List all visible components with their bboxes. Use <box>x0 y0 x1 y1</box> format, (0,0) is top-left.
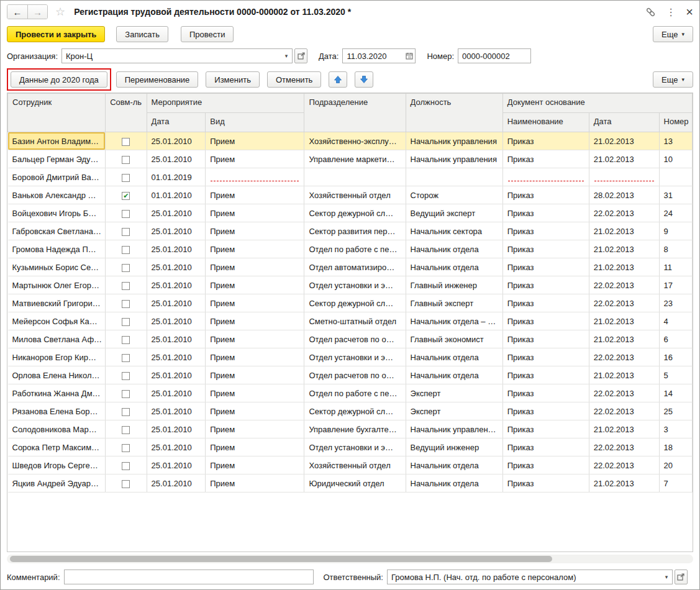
header-event-group[interactable]: Мероприятие <box>147 94 304 113</box>
parttime-cell[interactable] <box>106 294 147 312</box>
parttime-checkbox[interactable] <box>122 210 130 218</box>
doc-number-cell[interactable]: 25 <box>659 402 692 420</box>
event-kind-cell[interactable]: Прием <box>206 474 304 492</box>
event-date-cell[interactable]: 25.01.2010 <box>147 456 206 474</box>
table-row[interactable]: Бальцер Герман Эду… 25.01.2010 Прием Упр… <box>8 150 693 168</box>
parttime-cell[interactable] <box>106 240 147 258</box>
employee-cell[interactable]: Базин Антон Владим… <box>8 132 106 150</box>
doc-number-cell[interactable]: 6 <box>659 330 692 348</box>
employee-cell[interactable]: Кузьминых Борис Се… <box>8 258 106 276</box>
table-row[interactable]: Мартынюк Олег Егор… 25.01.2010 Прием Отд… <box>8 276 693 294</box>
department-cell[interactable]: Отдел по работе с пе… <box>304 240 406 258</box>
post-and-close-button[interactable]: Провести и закрыть <box>7 26 105 42</box>
doc-name-cell[interactable]: Приказ <box>502 276 589 294</box>
doc-number-cell[interactable] <box>659 168 692 186</box>
parttime-checkbox[interactable] <box>122 300 130 308</box>
doc-date-cell[interactable]: 28.02.2013 <box>589 186 659 204</box>
doc-date-cell[interactable]: 22.02.2013 <box>589 438 659 456</box>
doc-name-cell[interactable]: Приказ <box>502 186 589 204</box>
parttime-cell[interactable] <box>106 438 147 456</box>
parttime-checkbox[interactable] <box>122 336 130 344</box>
event-kind-cell[interactable]: Прием <box>206 150 304 168</box>
table-row[interactable]: Мейерсон Софья Ка… 25.01.2010 Прием Смет… <box>8 312 693 330</box>
parttime-cell[interactable] <box>106 420 147 438</box>
table-row[interactable]: Милова Светлана Аф… 25.01.2010 Прием Отд… <box>8 330 693 348</box>
parttime-cell[interactable] <box>106 330 147 348</box>
position-cell[interactable]: Начальник управления <box>406 150 502 168</box>
doc-name-cell[interactable]: Приказ <box>502 222 589 240</box>
position-cell[interactable]: Начальник отдела <box>406 366 502 384</box>
doc-name-cell[interactable]: Приказ <box>502 420 589 438</box>
parttime-cell[interactable] <box>106 150 147 168</box>
department-cell[interactable]: Сектор дежурной сл… <box>304 204 406 222</box>
doc-number-cell[interactable]: 17 <box>659 276 692 294</box>
parttime-checkbox[interactable] <box>122 228 130 236</box>
department-cell[interactable]: Сектор дежурной сл… <box>304 402 406 420</box>
position-cell[interactable]: Сторож <box>406 186 502 204</box>
number-input[interactable] <box>458 48 531 63</box>
event-kind-cell[interactable]: Прием <box>206 312 304 330</box>
department-cell[interactable]: Отдел автоматизиро… <box>304 258 406 276</box>
department-cell[interactable]: Отдел установки и э… <box>304 438 406 456</box>
event-date-cell[interactable]: 25.01.2010 <box>147 294 206 312</box>
calendar-icon[interactable] <box>404 49 415 63</box>
event-kind-cell[interactable]: Прием <box>206 258 304 276</box>
doc-date-cell[interactable] <box>589 168 659 186</box>
header-department[interactable]: Подразделение <box>304 94 406 132</box>
parttime-checkbox[interactable] <box>122 282 130 290</box>
event-kind-cell[interactable]: Прием <box>206 420 304 438</box>
employee-cell[interactable]: Габровская Светлана… <box>8 222 106 240</box>
parttime-checkbox[interactable] <box>122 390 130 398</box>
employee-cell[interactable]: Рязанова Елена Бор… <box>8 402 106 420</box>
cancel-button[interactable]: Отменить <box>267 71 321 88</box>
event-date-cell[interactable]: 01.01.2010 <box>147 186 206 204</box>
doc-number-cell[interactable]: 13 <box>659 132 692 150</box>
doc-number-cell[interactable]: 3 <box>659 420 692 438</box>
department-cell[interactable]: Хозяйственный отдел <box>304 456 406 474</box>
post-button[interactable]: Провести <box>181 26 234 42</box>
link-icon[interactable] <box>645 7 656 17</box>
parttime-checkbox[interactable] <box>122 318 130 326</box>
event-date-cell[interactable]: 25.01.2010 <box>147 240 206 258</box>
doc-number-cell[interactable]: 20 <box>659 456 692 474</box>
parttime-cell[interactable] <box>106 456 147 474</box>
event-date-cell[interactable]: 25.01.2010 <box>147 438 206 456</box>
doc-number-cell[interactable]: 10 <box>659 150 692 168</box>
parttime-cell[interactable] <box>106 348 147 366</box>
scrollbar-thumb[interactable] <box>10 556 552 562</box>
doc-number-cell[interactable]: 4 <box>659 312 692 330</box>
move-up-button[interactable] <box>329 71 347 88</box>
event-date-cell[interactable]: 25.01.2010 <box>147 312 206 330</box>
parttime-cell[interactable] <box>106 366 147 384</box>
parttime-checkbox[interactable] <box>122 174 130 182</box>
close-icon[interactable]: × <box>686 5 693 19</box>
more-button-top[interactable]: Еще ▾ <box>653 26 693 42</box>
doc-name-cell[interactable]: Приказ <box>502 456 589 474</box>
parttime-checkbox[interactable] <box>122 462 130 470</box>
parttime-checkbox[interactable] <box>122 354 130 362</box>
doc-number-cell[interactable]: 16 <box>659 348 692 366</box>
table-row[interactable]: Боровой Дмитрий Ва… 01.01.2019 <box>8 168 693 186</box>
doc-date-cell[interactable]: 22.02.2013 <box>589 204 659 222</box>
event-kind-cell[interactable]: Прием <box>206 366 304 384</box>
parttime-checkbox[interactable] <box>122 264 130 272</box>
department-cell[interactable]: Сектор развития пер… <box>304 222 406 240</box>
doc-name-cell[interactable]: Приказ <box>502 474 589 492</box>
doc-name-cell[interactable]: Приказ <box>502 402 589 420</box>
parttime-checkbox[interactable] <box>122 426 130 434</box>
organization-open-button[interactable] <box>294 48 307 63</box>
doc-number-cell[interactable]: 11 <box>659 258 692 276</box>
doc-number-cell[interactable]: 23 <box>659 294 692 312</box>
employee-cell[interactable]: Матвиевский Григори… <box>8 294 106 312</box>
doc-name-cell[interactable]: Приказ <box>502 438 589 456</box>
position-cell[interactable]: Главный инженер <box>406 276 502 294</box>
parttime-cell[interactable] <box>106 384 147 402</box>
doc-date-cell[interactable]: 22.02.2013 <box>589 402 659 420</box>
table-row[interactable]: Никаноров Егор Кир… 25.01.2010 Прием Отд… <box>8 348 693 366</box>
department-cell[interactable]: Отдел расчетов по о… <box>304 330 406 348</box>
employee-cell[interactable]: Громова Надежда П… <box>8 240 106 258</box>
event-kind-cell[interactable]: Прием <box>206 438 304 456</box>
event-date-cell[interactable]: 25.01.2010 <box>147 204 206 222</box>
table-row[interactable]: Шведов Игорь Серге… 25.01.2010 Прием Хоз… <box>8 456 693 474</box>
doc-name-cell[interactable]: Приказ <box>502 330 589 348</box>
